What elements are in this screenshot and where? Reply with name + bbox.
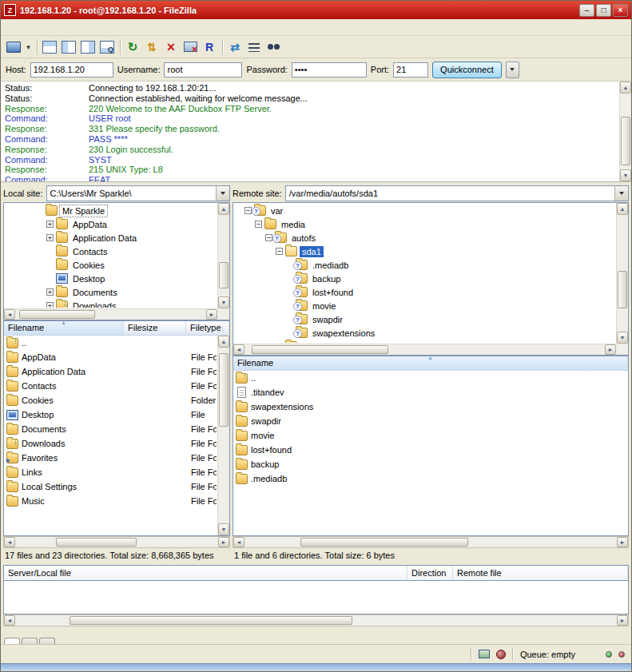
scrollbar-track[interactable] <box>617 215 628 332</box>
local-tree-item-downloads[interactable]: + Downloads <box>5 299 217 308</box>
scroll-down-icon[interactable] <box>617 332 628 344</box>
minimize-button[interactable]: – <box>579 4 594 17</box>
expander-icon[interactable]: + <box>46 288 54 296</box>
scroll-down-icon[interactable] <box>620 169 631 181</box>
menu-file[interactable] <box>3 25 14 30</box>
remote-list-hscroll[interactable] <box>233 536 629 548</box>
scrollbar-track[interactable] <box>15 537 218 547</box>
scrollbar-thumb[interactable] <box>219 353 229 427</box>
scrollbar-thumb[interactable] <box>19 310 96 319</box>
filter-icon[interactable] <box>244 38 264 56</box>
menu-edit[interactable] <box>14 25 26 30</box>
scrollbar-track[interactable] <box>15 309 206 320</box>
toggle-message-log-icon[interactable] <box>40 38 59 56</box>
username-input[interactable] <box>164 62 242 78</box>
host-input[interactable] <box>30 62 113 78</box>
scroll-right-icon[interactable] <box>218 537 229 547</box>
local-tree-item-contacts[interactable]: Contacts <box>5 245 217 258</box>
remote-tree-item-dvd[interactable]: dvd <box>234 340 615 343</box>
scroll-left-icon[interactable] <box>4 615 15 626</box>
menu-view[interactable] <box>26 25 37 30</box>
scrollbar-thumb[interactable] <box>618 271 627 308</box>
toggle-local-tree-icon[interactable] <box>59 38 78 56</box>
titlebar[interactable]: Z 192.168.1.20 - root@192.168.1.20 - Fil… <box>1 1 631 19</box>
refresh-icon[interactable] <box>123 38 142 56</box>
file-row[interactable]: Contacts File Folder <box>4 379 217 393</box>
scrollbar-thumb[interactable] <box>56 538 137 547</box>
remote-tree-item-lost-found[interactable]: lost+found <box>234 285 615 299</box>
toggle-queue-icon[interactable] <box>97 38 117 56</box>
menu-server[interactable] <box>48 25 59 30</box>
file-row[interactable]: .mediadb <box>233 471 628 486</box>
reconnect-icon[interactable] <box>200 38 219 56</box>
tab-failed-transfers[interactable] <box>22 638 38 644</box>
local-tree-item-appdata[interactable]: + AppData <box>5 217 217 231</box>
queue-hscroll[interactable] <box>3 614 629 626</box>
scrollbar-thumb[interactable] <box>70 616 352 625</box>
scroll-right-icon[interactable] <box>206 309 217 320</box>
tab-queued-files[interactable] <box>4 638 20 644</box>
column-filesize[interactable]: Filesize <box>124 321 186 335</box>
expander-icon[interactable]: + <box>46 221 54 228</box>
menu-bookmarks[interactable] <box>59 25 70 30</box>
local-tree-item-documents[interactable]: + Documents <box>5 285 217 299</box>
column-remote-file[interactable]: Remote file <box>453 566 628 580</box>
scroll-left-icon[interactable] <box>4 309 15 320</box>
quickconnect-dropdown-button[interactable] <box>506 62 519 78</box>
scrollbar-track[interactable] <box>218 215 229 296</box>
column-filename[interactable]: Filename <box>233 356 628 370</box>
scroll-left-icon[interactable] <box>4 537 15 547</box>
local-site-combo[interactable]: C:\Users\Mr Sparkle\ <box>46 185 230 201</box>
column-direction[interactable]: Direction <box>407 566 453 580</box>
local-tree-vscroll[interactable] <box>217 203 229 308</box>
file-row[interactable]: lost+found <box>233 443 628 457</box>
file-row[interactable]: .titandev <box>233 385 628 400</box>
remote-site-combo[interactable]: /var/media/autofs/sda1 <box>285 185 629 201</box>
scrollbar-track[interactable] <box>244 537 617 547</box>
scroll-right-icon[interactable] <box>605 344 616 355</box>
file-row[interactable]: .. <box>233 371 628 385</box>
scrollbar-track[interactable] <box>15 615 617 626</box>
scroll-right-icon[interactable] <box>617 537 628 547</box>
remote-tree-item-backup[interactable]: backup <box>234 272 615 285</box>
scroll-up-icon[interactable] <box>218 203 229 215</box>
file-row[interactable]: Cookies Folder <box>4 393 217 408</box>
remote-tree-item-var[interactable]: − var <box>234 204 615 217</box>
expander-icon[interactable]: − <box>276 248 283 255</box>
process-queue-icon[interactable] <box>142 38 161 56</box>
quickconnect-button[interactable]: Quickconnect <box>432 62 502 78</box>
file-row[interactable]: swapextensions <box>233 400 628 414</box>
file-row[interactable]: Music File Folder <box>4 494 217 508</box>
chevron-down-icon[interactable] <box>614 186 628 201</box>
local-tree-hscroll[interactable] <box>4 308 217 320</box>
expander-icon[interactable]: − <box>244 207 252 214</box>
local-tree-item-mr-sparkle[interactable]: Mr Sparkle <box>5 204 217 217</box>
scrollbar-track[interactable] <box>244 344 605 355</box>
remote-tree-item-swapextensions[interactable]: swapextensions <box>234 326 615 340</box>
remote-tree-vscroll[interactable] <box>616 203 628 344</box>
log-scrollbar[interactable] <box>619 82 631 181</box>
scroll-down-icon[interactable] <box>218 523 229 535</box>
expander-icon[interactable]: + <box>46 302 54 308</box>
file-row[interactable]: backup <box>233 457 628 471</box>
remote-tree-item-movie[interactable]: movie <box>234 299 615 312</box>
search-icon[interactable] <box>264 38 283 56</box>
file-row[interactable]: Application Data File Folder <box>4 364 217 379</box>
menu-help[interactable] <box>70 25 81 30</box>
file-row[interactable]: Links File Folder <box>4 465 217 479</box>
cancel-icon[interactable] <box>161 38 181 56</box>
local-list-vscroll[interactable] <box>217 336 229 535</box>
site-manager-dropdown-icon[interactable] <box>23 38 34 56</box>
remote-tree-item-media[interactable]: − media <box>234 217 615 231</box>
local-list-hscroll[interactable] <box>3 536 230 548</box>
remote-tree-hscroll[interactable] <box>233 344 616 355</box>
file-row[interactable]: Documents File Folder <box>4 422 217 436</box>
scroll-left-icon[interactable] <box>233 344 244 355</box>
remote-tree-item-swapdir[interactable]: swapdir <box>234 312 615 326</box>
column-filetype[interactable]: Filetype <box>186 321 229 335</box>
tab-successful-transfers[interactable] <box>39 638 55 644</box>
column-server-local-file[interactable]: Server/Local file <box>4 566 407 580</box>
local-tree-item-cookies[interactable]: Cookies <box>5 258 217 272</box>
expander-icon[interactable]: − <box>265 234 272 241</box>
local-tree-item-application-data[interactable]: + Application Data <box>5 231 217 245</box>
